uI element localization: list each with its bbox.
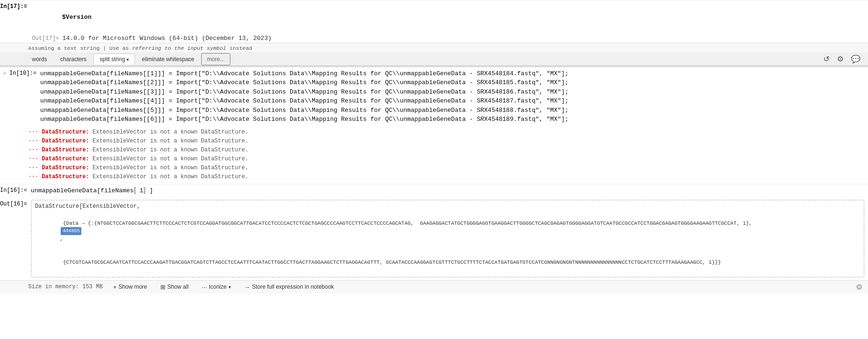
code-version: $Version (33, 14, 92, 30)
error-line-5: ··· DataStructure: ExtensibleVector is n… (28, 164, 868, 173)
show-all-button[interactable]: ⊞ Show all (158, 283, 191, 292)
code-line-1: unmappableGeneData[fileNames[[1]]] = Imp… (40, 69, 868, 79)
cell-label-in10: In[10]:= (9, 69, 40, 77)
code-line-16: unmappableGeneData[fileNames〚1〛] (31, 186, 868, 196)
show-more-icon: + (113, 284, 117, 291)
tab-characters[interactable]: characters (54, 54, 93, 64)
data-line1: {Data → {:{NTGGCTCCATGGCGAACTTCTTCCCACTC… (60, 221, 752, 226)
output-data-16: {Data → {:{NTGGCTCCATGGCGAACTTCTTCCCACTC… (35, 212, 860, 274)
show-all-icon: ⊞ (160, 284, 166, 291)
output-label-16: Out[16]= (0, 199, 31, 207)
tab-words[interactable]: words (26, 54, 53, 64)
output-box-16: DataStructure[ExtensibleVector, {Data → … (31, 200, 864, 277)
status-settings-icon[interactable]: ⚙ (856, 283, 862, 292)
cell-label-in17: In[17]:= (0, 2, 31, 10)
output-16-area: Out[16]= DataStructure[ExtensibleVector,… (0, 197, 868, 280)
toolbar-icons: ↺ ⚙ 💬 (821, 54, 864, 64)
show-more-button[interactable]: + Show more (110, 283, 150, 292)
error-line-1: ··· DataStructure: ExtensibleVector is n… (28, 128, 868, 137)
output-header-16: DataStructure[ExtensibleVector, (35, 203, 860, 210)
error-messages: ··· DataStructure: ExtensibleVector is n… (0, 126, 868, 184)
data-line2: {CTCGTCAATGCGCACAATCATTCCACCCAAGATTGACGG… (60, 260, 721, 265)
tab-split-string[interactable]: split string (94, 54, 135, 64)
output-17: Out[17]= 14.0.0 for Microsoft Windows (6… (0, 34, 868, 43)
notebook-container: In[17]:= $Version Out[17]= 14.0.0 for Mi… (0, 0, 868, 339)
cell-code-17[interactable]: $Version (31, 2, 868, 32)
error-line-6: ··· DataStructure: ExtensibleVector is n… (28, 173, 868, 181)
error-line-2: ··· DataStructure: ExtensibleVector is n… (28, 137, 868, 146)
code-block-10[interactable]: unmappableGeneData[fileNames[[1]]] = Imp… (40, 69, 868, 124)
memory-size: Size in memory: 153 MB (28, 284, 103, 290)
cell-label-in16: In[16]:= (0, 186, 31, 194)
toolbar-hint: Assuming a text string | Use as referrin… (0, 43, 868, 52)
cell-in10: + In[10]:= unmappableGeneData[fileNames[… (0, 66, 868, 126)
output-label-17: Out[17]= (32, 35, 63, 42)
refresh-icon[interactable]: ↺ (821, 54, 831, 64)
cell-in17: In[17]:= $Version (0, 0, 868, 34)
iconize-icon: ··· (202, 284, 207, 291)
chat-icon[interactable]: 💬 (849, 54, 862, 64)
code-block-16[interactable]: unmappableGeneData[fileNames〚1〛] (31, 186, 868, 196)
toolbar-tabs: words characters split string eliminate … (0, 52, 868, 66)
tab-more[interactable]: more... (201, 53, 230, 65)
code-line-2: unmappableGeneData[fileNames[[2]]] = Imp… (40, 78, 868, 87)
store-notebook-button[interactable]: → Store full expression in notebook (241, 283, 337, 292)
status-bar: Size in memory: 153 MB + Show more ⊞ Sho… (0, 280, 868, 293)
error-line-4: ··· DataStructure: ExtensibleVector is n… (28, 155, 868, 164)
store-icon: → (244, 284, 250, 291)
error-line-3: ··· DataStructure: ExtensibleVector is n… (28, 146, 868, 155)
iconize-button[interactable]: ··· Iconize ▾ (199, 283, 234, 292)
data-ellipsis: , (60, 236, 63, 242)
code-line-3: unmappableGeneData[fileNames[[3]]] = Imp… (40, 87, 868, 97)
code-line-4: unmappableGeneData[fileNames[[4]]] = Imp… (40, 96, 868, 106)
toolbar-area: Assuming a text string | Use as referrin… (0, 43, 868, 66)
code-line-5: unmappableGeneData[fileNames[[5]]] = Imp… (40, 106, 868, 115)
gear-icon[interactable]: ⚙ (835, 54, 845, 64)
add-cell-btn[interactable]: + (0, 69, 9, 77)
tab-eliminate-whitespace[interactable]: eliminate whitespace (136, 54, 200, 64)
iconize-dropdown: ▾ (229, 284, 231, 290)
cell-in16: In[16]:= unmappableGeneData[fileNames〚1〛… (0, 184, 868, 197)
data-badge: 444865 (61, 227, 81, 235)
code-line-6: unmappableGeneData[fileNames[[6]]] = Imp… (40, 115, 868, 124)
